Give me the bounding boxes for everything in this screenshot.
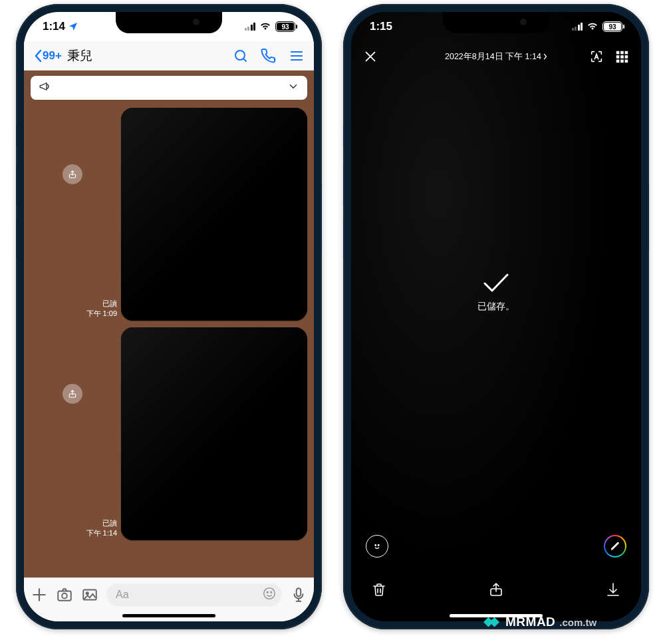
image-bubble[interactable]	[121, 327, 307, 540]
call-icon[interactable]	[261, 48, 277, 64]
image-bubble[interactable]	[121, 108, 307, 321]
svg-rect-13	[625, 51, 628, 55]
camera-icon[interactable]	[56, 586, 73, 603]
chevron-down-icon	[287, 80, 299, 95]
battery-icon: 93	[602, 21, 622, 32]
svg-rect-12	[620, 51, 624, 55]
mic-icon[interactable]	[290, 586, 307, 603]
battery-icon: 93	[275, 21, 295, 32]
back-button[interactable]: 99+	[33, 49, 62, 63]
svg-rect-17	[616, 60, 620, 63]
notch	[443, 12, 549, 33]
viewer-header: 2022年8月14日 下午 1:14	[351, 41, 641, 72]
photo-timestamp: 2022年8月14日 下午 1:14	[445, 51, 541, 63]
read-label: 已讀	[86, 299, 117, 308]
saved-toast: 已儲存。	[477, 271, 515, 313]
ocr-icon[interactable]	[589, 49, 604, 64]
sticker-icon[interactable]	[366, 535, 388, 558]
image-viewer-bg[interactable]	[351, 12, 641, 621]
time-label: 下午 1:09	[86, 309, 117, 318]
share-chip[interactable]	[63, 164, 82, 184]
signal-icon	[572, 23, 583, 31]
phone-mock-right: 1:15 93 2022年8月14日 下午 1:14	[343, 4, 649, 629]
chat-body[interactable]: 已讀 下午 1:09 已讀 下午 1:14	[24, 71, 314, 577]
message-meta: 已讀 下午 1:14	[86, 518, 117, 540]
megaphone-icon	[39, 80, 51, 95]
svg-point-7	[264, 587, 275, 599]
svg-rect-11	[616, 51, 620, 55]
watermark-domain: .com.tw	[559, 617, 597, 628]
svg-point-21	[378, 545, 380, 546]
chat-header: 99+ 秉兒	[24, 41, 314, 71]
search-icon[interactable]	[233, 48, 249, 64]
plus-icon[interactable]	[31, 586, 48, 603]
message-meta: 已讀 下午 1:09	[86, 299, 117, 321]
screen: 1:14 93 99+ 秉兒	[24, 12, 314, 621]
message-input[interactable]: Aa	[106, 583, 282, 606]
notch	[116, 12, 222, 33]
svg-point-20	[375, 545, 376, 546]
battery-level: 93	[608, 23, 616, 31]
time-label: 下午 1:14	[86, 528, 117, 538]
status-time: 1:14	[43, 20, 65, 33]
svg-rect-19	[625, 60, 628, 63]
edit-row	[351, 535, 641, 558]
status-time: 1:15	[370, 20, 392, 33]
trash-icon[interactable]	[371, 581, 387, 599]
svg-rect-10	[297, 588, 301, 596]
wifi-icon	[587, 21, 598, 33]
watermark: MRMAD.com.tw	[481, 613, 597, 631]
svg-rect-15	[620, 55, 624, 59]
battery-level: 93	[281, 23, 289, 31]
wifi-icon	[259, 21, 271, 33]
svg-point-8	[267, 591, 268, 593]
download-icon[interactable]	[605, 581, 621, 599]
gallery-icon[interactable]	[81, 586, 98, 603]
grid-icon[interactable]	[614, 49, 629, 64]
saved-text: 已儲存。	[477, 301, 515, 313]
svg-rect-3	[58, 591, 71, 600]
share-icon[interactable]	[488, 581, 504, 599]
svg-rect-14	[616, 55, 620, 59]
svg-rect-16	[625, 55, 628, 59]
screen: 1:15 93 2022年8月14日 下午 1:14	[351, 12, 641, 621]
menu-icon[interactable]	[289, 48, 305, 64]
chat-title[interactable]: 秉兒	[67, 47, 92, 65]
bottom-toolbar	[351, 581, 641, 599]
home-indicator[interactable]	[122, 614, 215, 617]
input-placeholder: Aa	[116, 589, 129, 601]
close-icon[interactable]	[363, 49, 378, 64]
svg-point-9	[271, 591, 272, 593]
share-chip[interactable]	[63, 384, 82, 404]
emoji-icon[interactable]	[262, 586, 277, 603]
read-label: 已讀	[86, 518, 117, 528]
announcement-bar[interactable]	[31, 76, 307, 100]
location-icon	[68, 21, 78, 32]
watermark-brand: MRMAD	[505, 615, 555, 629]
unread-badge: 99+	[43, 49, 62, 63]
svg-point-4	[62, 593, 67, 598]
svg-point-6	[86, 592, 88, 594]
draw-icon[interactable]	[604, 535, 626, 558]
phone-mock-left: 1:14 93 99+ 秉兒	[16, 4, 322, 629]
svg-rect-18	[620, 60, 624, 63]
signal-icon	[245, 23, 256, 31]
